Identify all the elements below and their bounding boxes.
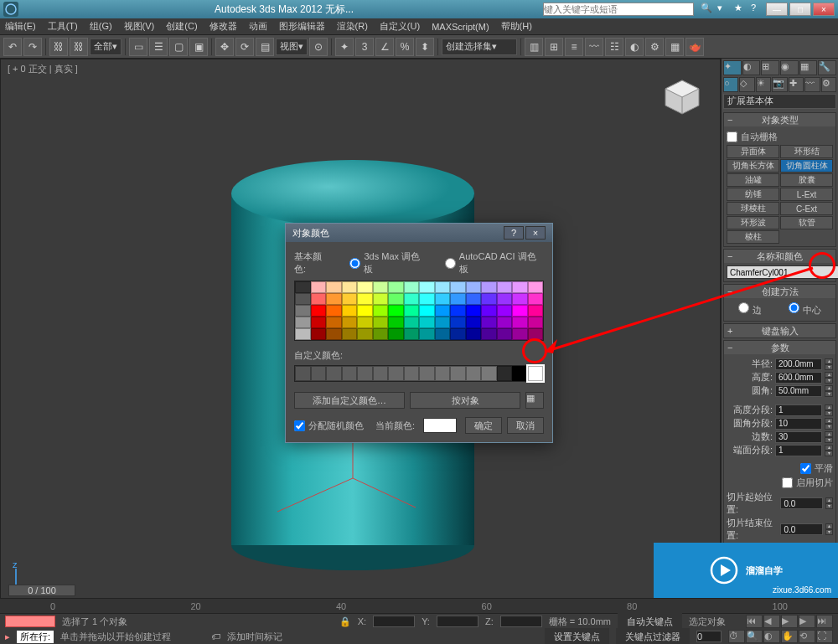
space-warps-tab[interactable]: 〰 (804, 77, 820, 92)
color-cell[interactable] (295, 281, 311, 293)
menu-create[interactable]: 创建(C) (166, 20, 197, 33)
color-cell[interactable] (311, 305, 327, 317)
menu-edit[interactable]: 编辑(E) (5, 20, 36, 33)
unlink-button[interactable]: ⛓ (70, 38, 88, 56)
app-icon[interactable] (3, 2, 18, 17)
help-icon[interactable]: ? (751, 3, 764, 16)
custom-color-cell[interactable] (435, 366, 451, 381)
sides-spinner[interactable]: 30 (775, 431, 822, 443)
category-dropdown[interactable]: 扩展基本体 (723, 94, 836, 109)
scale-button[interactable]: ▤ (256, 38, 274, 56)
custom-color-cell[interactable] (404, 366, 420, 381)
color-cell[interactable] (357, 317, 373, 328)
y-input[interactable] (437, 616, 478, 627)
type-button[interactable]: 异面体 (727, 145, 779, 158)
lights-tab[interactable]: ☀ (756, 77, 771, 92)
menu-tools[interactable]: 工具(T) (48, 20, 78, 33)
fillet-spinner[interactable]: 50.0mm (775, 385, 822, 397)
create-tab[interactable]: ✦ (723, 60, 742, 75)
height-spinner[interactable]: 600.0mm (775, 372, 822, 384)
color-cell[interactable] (311, 328, 327, 340)
material-button[interactable]: ◐ (625, 38, 644, 56)
signin-icon[interactable]: ▾ (717, 3, 731, 16)
rotate-button[interactable]: ⟳ (235, 38, 254, 56)
move-button[interactable]: ✥ (215, 38, 234, 56)
color-cell[interactable] (435, 293, 451, 305)
custom-color-cell[interactable] (295, 366, 311, 381)
edge-radio[interactable] (738, 302, 749, 313)
custom-color-cell[interactable] (419, 366, 435, 381)
color-cell[interactable] (528, 293, 544, 305)
ok-button[interactable]: 确定 (465, 417, 502, 434)
color-cell[interactable] (311, 317, 327, 328)
layers-button[interactable]: ≡ (565, 38, 583, 56)
keyboard-entry-header[interactable]: +键盘输入 (724, 324, 835, 337)
creation-method-header[interactable]: −创建方法 (724, 285, 835, 298)
align-button[interactable]: ⊞ (545, 38, 563, 56)
percent-snap-button[interactable]: % (396, 38, 414, 56)
color-cell[interactable] (435, 317, 451, 328)
display-tab[interactable]: ▦ (799, 60, 818, 75)
named-selection-dropdown[interactable]: 创建选择集 ▾ (442, 39, 517, 55)
color-cell[interactable] (466, 328, 482, 340)
type-button[interactable]: 纺锤 (727, 188, 779, 201)
add-time-tag[interactable]: 添加时间标记 (227, 631, 282, 643)
help-search-input[interactable] (543, 3, 694, 16)
slice-on-checkbox[interactable] (782, 477, 793, 488)
color-cell[interactable] (342, 293, 358, 305)
shapes-tab[interactable]: ◇ (739, 77, 754, 92)
radius-spinner[interactable]: 200.0mm (775, 358, 822, 370)
height-segs-spinner[interactable]: 1 (775, 404, 822, 416)
color-cell[interactable] (512, 293, 528, 305)
color-cell[interactable] (419, 317, 435, 328)
autogrid-checkbox[interactable] (727, 131, 737, 142)
color-cell[interactable] (466, 293, 482, 305)
goto-end-button[interactable]: ⏭ (816, 615, 833, 628)
color-cell[interactable] (528, 281, 544, 293)
cancel-button[interactable]: 取消 (507, 417, 544, 434)
object-type-header[interactable]: −对象类型 (724, 113, 835, 126)
color-cell[interactable] (326, 293, 342, 305)
color-cell[interactable] (435, 305, 451, 317)
menu-customize[interactable]: 自定义(U) (380, 20, 420, 33)
palette-3dsmax-radio[interactable] (349, 258, 360, 269)
color-cell[interactable] (373, 293, 389, 305)
type-button[interactable]: 油罐 (727, 173, 779, 187)
link-button[interactable]: ⛓ (49, 38, 68, 56)
nav-fov-button[interactable]: ◐ (763, 630, 780, 643)
color-cell[interactable] (435, 328, 451, 340)
color-cell[interactable] (450, 293, 466, 305)
goto-start-button[interactable]: ⏮ (746, 615, 763, 628)
menu-animation[interactable]: 动画 (249, 20, 267, 33)
custom-color-cell[interactable] (512, 366, 528, 381)
object-name-input[interactable] (727, 265, 838, 279)
key-filters-button[interactable]: 关键点过滤器 (616, 628, 690, 644)
color-cell[interactable] (419, 293, 435, 305)
spinner-snap-button[interactable]: ⬍ (416, 38, 434, 56)
color-cell[interactable] (419, 281, 435, 293)
key-mode-dropdown[interactable]: 选定对象 (689, 616, 739, 628)
color-picker-button[interactable]: ▦ (525, 392, 544, 409)
add-custom-color-button[interactable]: 添加自定义颜色… (294, 392, 405, 409)
color-cell[interactable] (404, 293, 420, 305)
color-cell[interactable] (388, 317, 404, 328)
script-indicator[interactable] (5, 616, 55, 627)
color-cell[interactable] (497, 317, 513, 328)
custom-color-cell[interactable] (481, 366, 497, 381)
modify-tab[interactable]: ◐ (742, 60, 761, 75)
color-cell[interactable] (373, 317, 389, 328)
z-input[interactable] (500, 616, 542, 627)
color-cell[interactable] (388, 293, 404, 305)
color-cell[interactable] (528, 328, 544, 340)
type-button[interactable]: 环形波 (727, 216, 779, 229)
color-cell[interactable] (466, 281, 482, 293)
rect-select-button[interactable]: ▢ (169, 38, 188, 56)
color-cell[interactable] (342, 305, 358, 317)
type-button[interactable]: 切角圆柱体 (780, 159, 833, 173)
dialog-help-button[interactable]: ? (504, 226, 524, 240)
color-cell[interactable] (311, 281, 327, 293)
custom-color-cell[interactable] (342, 366, 358, 381)
color-cell[interactable] (326, 328, 342, 340)
nav-max-button[interactable]: ⛶ (816, 630, 833, 643)
render-frame-button[interactable]: ▦ (665, 38, 684, 56)
